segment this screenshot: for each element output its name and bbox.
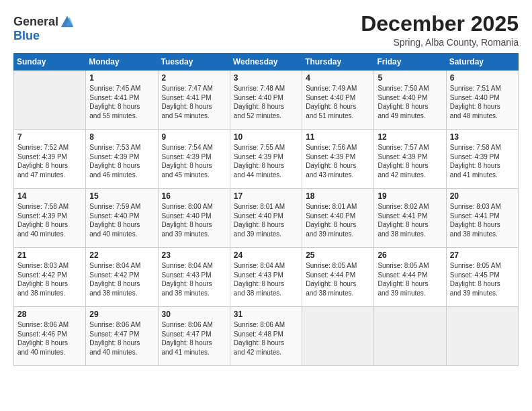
day-info-line: and 39 minutes. xyxy=(234,230,281,238)
day-number: 6 xyxy=(450,73,515,83)
table-row: 26Sunrise: 8:05 AMSunset: 4:44 PMDayligh… xyxy=(374,248,446,307)
day-info-line: Sunrise: 7:58 AM xyxy=(450,144,501,151)
day-info-line: Sunrise: 8:03 AM xyxy=(17,262,69,269)
day-number: 9 xyxy=(162,132,226,142)
day-info-line: Sunset: 4:43 PM xyxy=(162,271,212,279)
day-info-line: Sunrise: 7:49 AM xyxy=(306,85,357,92)
table-row: 6Sunrise: 7:51 AMSunset: 4:40 PMDaylight… xyxy=(446,71,518,130)
day-info-line: Sunset: 4:47 PM xyxy=(162,330,212,338)
calendar-week-row: 28Sunrise: 8:06 AMSunset: 4:46 PMDayligh… xyxy=(14,307,519,366)
day-number: 25 xyxy=(306,250,370,260)
day-info-line: Daylight: 8 hours xyxy=(162,221,212,228)
table-row: 18Sunrise: 8:01 AMSunset: 4:40 PMDayligh… xyxy=(302,189,374,248)
day-info-line: Daylight: 8 hours xyxy=(162,280,212,287)
day-info-line: Sunrise: 8:02 AM xyxy=(378,203,429,210)
day-info-line: Sunrise: 8:06 AM xyxy=(17,321,69,328)
col-monday: Monday xyxy=(86,54,158,71)
day-info-line: Sunset: 4:42 PM xyxy=(89,271,139,279)
day-info-line: Sunrise: 7:47 AM xyxy=(162,85,213,92)
calendar-week-row: 14Sunrise: 7:58 AMSunset: 4:39 PMDayligh… xyxy=(14,189,519,248)
day-content: Sunrise: 7:58 AMSunset: 4:39 PMDaylight:… xyxy=(450,143,515,179)
day-content: Sunrise: 7:50 AMSunset: 4:40 PMDaylight:… xyxy=(378,84,442,120)
day-info-line: Daylight: 8 hours xyxy=(234,221,284,228)
day-info-line: Daylight: 8 hours xyxy=(162,162,212,169)
day-info-line: Sunset: 4:43 PM xyxy=(234,271,283,279)
day-info-line: Daylight: 8 hours xyxy=(306,280,356,287)
day-info-line: Daylight: 8 hours xyxy=(378,162,428,169)
day-content: Sunrise: 8:06 AMSunset: 4:47 PMDaylight:… xyxy=(162,320,226,357)
location-subtitle: Spring, Alba County, Romania xyxy=(361,37,519,48)
day-info-line: Daylight: 8 hours xyxy=(162,103,212,110)
day-number: 16 xyxy=(162,191,226,201)
day-number: 28 xyxy=(17,310,82,319)
day-info-line: Sunset: 4:39 PM xyxy=(306,153,355,161)
day-content: Sunrise: 7:52 AMSunset: 4:39 PMDaylight:… xyxy=(17,143,82,179)
table-row: 8Sunrise: 7:53 AMSunset: 4:39 PMDaylight… xyxy=(86,130,158,189)
col-wednesday: Wednesday xyxy=(230,54,302,71)
day-info-line: and 38 minutes. xyxy=(234,289,281,297)
day-info-line: Sunrise: 8:05 AM xyxy=(450,262,501,269)
day-info-line: Sunrise: 8:05 AM xyxy=(378,262,429,269)
day-info-line: and 43 minutes. xyxy=(306,171,353,179)
table-row: 1Sunrise: 7:45 AMSunset: 4:41 PMDaylight… xyxy=(86,71,158,130)
table-row xyxy=(374,307,446,366)
day-info-line: Daylight: 8 hours xyxy=(89,162,140,169)
day-number: 24 xyxy=(234,250,298,260)
table-row: 11Sunrise: 7:56 AMSunset: 4:39 PMDayligh… xyxy=(302,130,374,189)
day-info-line: Sunset: 4:41 PM xyxy=(89,94,139,101)
table-row: 9Sunrise: 7:54 AMSunset: 4:39 PMDaylight… xyxy=(158,130,230,189)
table-row: 12Sunrise: 7:57 AMSunset: 4:39 PMDayligh… xyxy=(374,130,446,189)
day-content: Sunrise: 8:05 AMSunset: 4:44 PMDaylight:… xyxy=(378,261,442,298)
table-row: 10Sunrise: 7:55 AMSunset: 4:39 PMDayligh… xyxy=(230,130,302,189)
day-info-line: Sunset: 4:44 PM xyxy=(306,271,355,279)
table-row: 25Sunrise: 8:05 AMSunset: 4:44 PMDayligh… xyxy=(302,248,374,307)
day-info-line: and 49 minutes. xyxy=(378,112,425,120)
day-info-line: and 39 minutes. xyxy=(450,289,498,297)
day-content: Sunrise: 8:01 AMSunset: 4:40 PMDaylight:… xyxy=(306,202,370,238)
day-info-line: and 40 minutes. xyxy=(17,230,65,238)
table-row: 7Sunrise: 7:52 AMSunset: 4:39 PMDaylight… xyxy=(14,130,86,189)
day-info-line: Daylight: 8 hours xyxy=(17,280,68,287)
day-info-line: and 45 minutes. xyxy=(162,171,210,179)
day-info-line: Sunrise: 8:04 AM xyxy=(234,262,285,269)
table-row: 20Sunrise: 8:03 AMSunset: 4:41 PMDayligh… xyxy=(446,189,518,248)
day-content: Sunrise: 8:05 AMSunset: 4:45 PMDaylight:… xyxy=(450,261,515,298)
day-info-line: Sunset: 4:39 PM xyxy=(450,153,500,161)
day-info-line: Sunset: 4:39 PM xyxy=(17,212,67,220)
day-info-line: and 41 minutes. xyxy=(162,349,210,356)
day-info-line: and 47 minutes. xyxy=(17,171,65,179)
day-info-line: and 41 minutes. xyxy=(450,171,498,179)
day-info-line: Sunrise: 7:45 AM xyxy=(89,85,140,92)
day-info-line: and 48 minutes. xyxy=(450,112,498,120)
day-info-line: and 42 minutes. xyxy=(378,171,425,179)
day-content: Sunrise: 8:02 AMSunset: 4:41 PMDaylight:… xyxy=(378,202,442,238)
day-number: 13 xyxy=(450,132,515,142)
day-info-line: Daylight: 8 hours xyxy=(89,280,140,287)
table-row: 21Sunrise: 8:03 AMSunset: 4:42 PMDayligh… xyxy=(14,248,86,307)
day-content: Sunrise: 7:55 AMSunset: 4:39 PMDaylight:… xyxy=(234,143,298,179)
day-info-line: Sunrise: 7:55 AM xyxy=(234,144,285,151)
day-number: 31 xyxy=(234,310,298,319)
day-info-line: and 39 minutes. xyxy=(162,230,210,238)
day-info-line: Sunset: 4:41 PM xyxy=(162,94,212,101)
day-number: 29 xyxy=(89,310,154,319)
day-content: Sunrise: 7:47 AMSunset: 4:41 PMDaylight:… xyxy=(162,84,226,120)
day-number: 12 xyxy=(378,132,442,142)
table-row: 4Sunrise: 7:49 AMSunset: 4:40 PMDaylight… xyxy=(302,71,374,130)
table-row: 19Sunrise: 8:02 AMSunset: 4:41 PMDayligh… xyxy=(374,189,446,248)
day-info-line: Sunrise: 7:58 AM xyxy=(17,203,69,210)
day-info-line: and 55 minutes. xyxy=(89,112,137,120)
day-number: 15 xyxy=(89,191,154,201)
day-info-line: Sunset: 4:40 PM xyxy=(234,94,283,101)
table-row: 30Sunrise: 8:06 AMSunset: 4:47 PMDayligh… xyxy=(158,307,230,366)
calendar-week-row: 7Sunrise: 7:52 AMSunset: 4:39 PMDaylight… xyxy=(14,130,519,189)
day-info-line: Daylight: 8 hours xyxy=(89,339,140,347)
day-content: Sunrise: 7:45 AMSunset: 4:41 PMDaylight:… xyxy=(89,84,154,120)
day-content: Sunrise: 7:53 AMSunset: 4:39 PMDaylight:… xyxy=(89,143,154,179)
day-content: Sunrise: 8:03 AMSunset: 4:42 PMDaylight:… xyxy=(17,261,82,298)
day-info-line: Daylight: 8 hours xyxy=(450,103,500,110)
logo-general: General xyxy=(13,15,58,29)
day-info-line: Daylight: 8 hours xyxy=(450,162,500,169)
day-info-line: Sunrise: 8:01 AM xyxy=(234,203,285,210)
day-content: Sunrise: 7:58 AMSunset: 4:39 PMDaylight:… xyxy=(17,202,82,238)
